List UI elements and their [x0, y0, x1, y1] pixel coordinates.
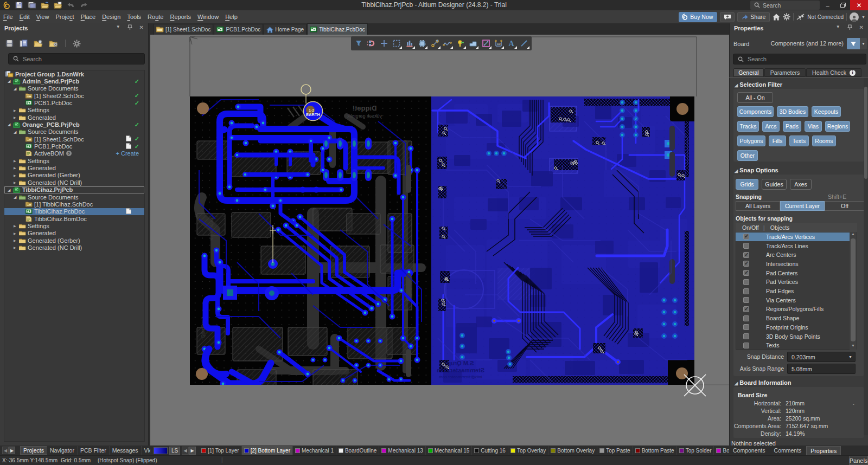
svg-text:Diqqət!: Diqqət!: [353, 104, 377, 112]
svg-text:1-2: 1-2: [309, 108, 314, 112]
svg-text:EARTH: EARTH: [306, 112, 320, 117]
svg-text:S.M Qrup: S.M Qrup: [447, 360, 474, 366]
svg-text:A: A: [508, 40, 514, 48]
svg-text:10: 10: [497, 42, 501, 46]
svg-text:Stemmaster.com: Stemmaster.com: [437, 367, 484, 373]
svg-text:yüksək gərginlik: yüksək gərginlik: [347, 113, 382, 119]
svg-text:info@stemmaster.com: info@stemmaster.com: [439, 374, 482, 379]
